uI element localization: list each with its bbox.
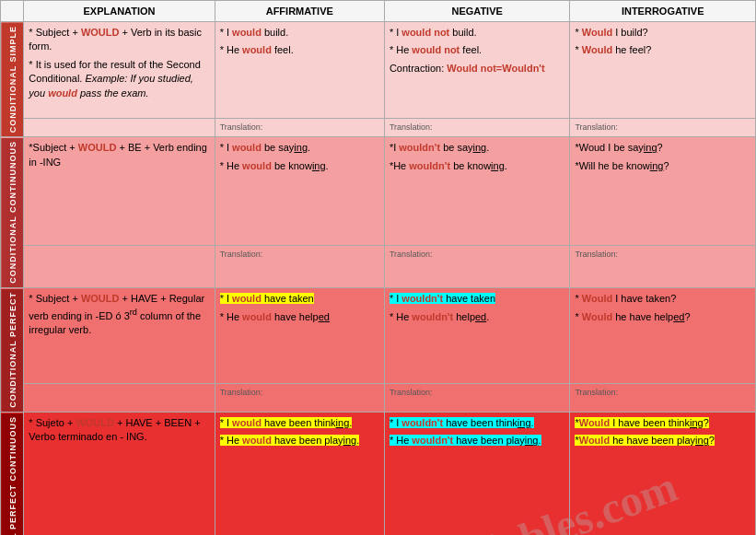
label-conditional-simple: CONDITIONAL SIMPLE bbox=[1, 22, 24, 137]
translation-cont-neg: Translation: bbox=[384, 246, 570, 288]
explain-perfect-continuous: * Sujeto + WOULD + HAVE + BEEN + Verbo t… bbox=[24, 413, 215, 535]
translation-perfect: Translation: Translation: Translation: bbox=[1, 384, 756, 413]
affirm-perfect: * I would have taken * He would have hel… bbox=[215, 288, 384, 384]
inter-continuous: *Woud I be saying? *Will he be knowing? bbox=[570, 137, 756, 246]
header-affirmative: AFFIRMATIVE bbox=[215, 1, 384, 22]
affirm-perfect-continuous: * I would have been thinking. * He would… bbox=[215, 413, 384, 535]
inter-perfect-continuous: *Would I have been thinking? *Would he h… bbox=[570, 413, 756, 535]
neg-simple: * I would not build. * He would not feel… bbox=[384, 22, 570, 119]
translation-simple: Translation: Translation: Translation: bbox=[1, 119, 756, 137]
row-conditional-simple: CONDITIONAL SIMPLE * Subject + WOULD + V… bbox=[1, 22, 756, 119]
label-conditional-perfect-continuous: CONDITIONAL PERFECT CONTINUOUS bbox=[1, 413, 24, 535]
translation-perf-neg: Translation: bbox=[384, 384, 570, 413]
explain-simple: * Subject + WOULD + Verb in its basic fo… bbox=[24, 22, 215, 119]
affirm-simple: * I would build. * He would feel. bbox=[215, 22, 384, 119]
translation-simple-explain bbox=[24, 119, 215, 137]
translation-perf-explain bbox=[24, 384, 215, 413]
header-interrogative: INTERROGATIVE bbox=[570, 1, 756, 22]
row-conditional-continuous: CONDITIONAL CONTINUNOUS *Subject + WOULD… bbox=[1, 137, 756, 246]
row-conditional-perfect: CONDITIONAL PERFECT * Subject + WOULD + … bbox=[1, 288, 756, 384]
translation-cont-inter: Translation: bbox=[570, 246, 756, 288]
header-negative: NEGATIVE bbox=[384, 1, 570, 22]
translation-simple-neg: Translation: bbox=[384, 119, 570, 137]
neg-perfect: * I wouldn't have taken * He wouldn't he… bbox=[384, 288, 570, 384]
label-conditional-continuous: CONDITIONAL CONTINUNOUS bbox=[1, 137, 24, 288]
header-explanation: EXPLANATION bbox=[24, 1, 215, 22]
translation-perf-affirm: Translation: bbox=[215, 384, 384, 413]
row-conditional-perfect-continuous: CONDITIONAL PERFECT CONTINUOUS * Sujeto … bbox=[1, 413, 756, 535]
translation-cont-explain bbox=[24, 246, 215, 288]
header-empty bbox=[1, 1, 24, 22]
translation-continuous: Translation: Translation: Translation: bbox=[1, 246, 756, 288]
inter-simple: * Would I build? * Would he feel? bbox=[570, 22, 756, 119]
explain-continuous: *Subject + WOULD + BE + Verb ending in -… bbox=[24, 137, 215, 246]
inter-perfect: * Would I have taken? * Would he have he… bbox=[570, 288, 756, 384]
translation-cont-affirm: Translation: bbox=[215, 246, 384, 288]
translation-simple-affirm: Translation: bbox=[215, 119, 384, 137]
affirm-continuous: * I would be saying. * He would be knowi… bbox=[215, 137, 384, 246]
translation-simple-inter: Translation: bbox=[570, 119, 756, 137]
label-conditional-perfect: CONDITIONAL PERFECT bbox=[1, 288, 24, 413]
translation-perf-inter: Translation: bbox=[570, 384, 756, 413]
explain-perfect: * Subject + WOULD + HAVE + Regular verb … bbox=[24, 288, 215, 384]
neg-continuous: *I wouldn't be saying. *He wouldn't be k… bbox=[384, 137, 570, 246]
neg-perfect-continuous: * I wouldn't have been thinking. * He wo… bbox=[384, 413, 570, 535]
